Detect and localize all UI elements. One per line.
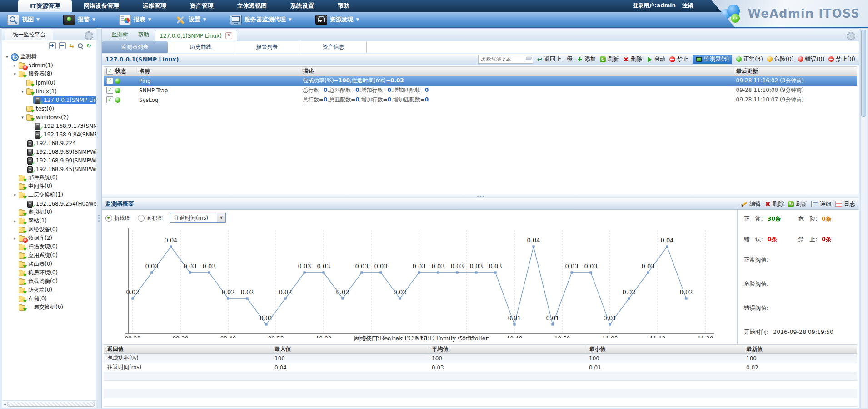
tree-item[interactable]: test(0) <box>2 104 96 113</box>
row-checkbox[interactable]: ✓ <box>106 77 113 84</box>
expand-icon[interactable]: ▸ <box>12 63 18 68</box>
column-header-最小值[interactable]: 最小值 <box>585 345 743 354</box>
collapse-icon[interactable]: ▾ <box>20 89 25 94</box>
column-header-描述[interactable]: 描述 <box>300 67 733 76</box>
summary-action-删除[interactable]: 删除 <box>765 200 784 208</box>
toolbar-item[interactable]: 设置▼ <box>175 15 206 25</box>
select-all-checkbox[interactable]: ✓ <box>106 68 113 75</box>
counter-禁止(0)[interactable]: 禁止(0) <box>828 56 855 63</box>
tree-node[interactable]: ✓127.0.0.1(SNMP Linux) <box>33 96 96 104</box>
tree-node[interactable]: 监测树 <box>10 52 39 61</box>
toolbar-item[interactable]: 报表▼ <box>119 15 151 25</box>
tree-item[interactable]: 三层交换机(0) <box>2 303 96 312</box>
toolbar-item[interactable]: 资源发现▼ <box>315 15 359 25</box>
tree-item[interactable]: ▾监测树 <box>2 52 96 61</box>
tree-node[interactable]: ✓192.168.9.84(SNMPWin <box>33 131 96 138</box>
page-vertical-scrollbar[interactable] <box>860 28 867 408</box>
summary-action-编辑[interactable]: 编辑 <box>742 200 761 208</box>
menu-item[interactable]: 资产管理 <box>178 0 225 12</box>
tree-node[interactable]: ✓192.168.9.89(SNMPWindo <box>25 148 96 156</box>
action-删除[interactable]: 删除 <box>623 56 642 63</box>
menu-item[interactable]: 立体透视图 <box>225 0 279 12</box>
column-header-最新值[interactable]: 最新值 <box>743 345 857 354</box>
name-filter-input[interactable] <box>478 55 533 64</box>
tree-node[interactable]: 路由器(0) <box>18 260 54 268</box>
tree-item[interactable]: ✓127.0.0.1(SNMP Linux) <box>2 96 96 104</box>
row-checkbox[interactable]: ✓ <box>106 87 113 94</box>
close-icon[interactable]: ✕ <box>225 32 232 39</box>
subtab-资产信息[interactable]: 资产信息 <box>300 41 367 53</box>
column-header-最大值[interactable]: 最大值 <box>271 345 428 354</box>
tree-node[interactable]: 应用系统(0) <box>18 251 60 260</box>
tab-127.0.0.1(SNMP Linux)[interactable]: 127.0.0.1(SNMP Linux)✕ <box>155 30 237 41</box>
toolbar-item[interactable]: 视图▼ <box>7 15 40 25</box>
tree-item[interactable]: ✓192.168.9.89(SNMPWindo <box>2 147 96 156</box>
toolbar-item[interactable]: 服务器监测代理▼ <box>230 15 292 25</box>
summary-action-日志[interactable]: 日志 <box>835 200 855 208</box>
sidebar-tab-title[interactable]: 统一监控平台 <box>5 29 53 40</box>
tree-item[interactable]: 防火墙(0) <box>2 286 96 294</box>
tree-node[interactable]: 扫描发现(0) <box>18 242 60 251</box>
tree-item[interactable]: ipmi(0) <box>2 78 96 87</box>
tree-node[interactable]: ipmi(0) <box>25 79 57 86</box>
monitor-counter-button[interactable]: 监测器(3) <box>693 55 732 64</box>
tree-item[interactable]: 邮件系统(0) <box>2 173 96 182</box>
radio-面积图[interactable]: 面积图 <box>138 214 163 222</box>
tree-node[interactable]: ✓192.168.9.224 <box>25 140 78 147</box>
summary-action-刷新[interactable]: ↻刷新 <box>788 200 807 208</box>
tree-node[interactable]: 机房环境(0) <box>18 268 60 277</box>
tree-item[interactable]: ▾服务器(8) <box>2 70 96 78</box>
table-row[interactable]: ✓SysLog总行数=0,总匹配数=0,增加行数=0,增加匹配数=009-28 … <box>104 95 857 105</box>
tree-node[interactable]: ✕admin(1) <box>18 62 55 69</box>
tab-监测树[interactable]: 监测树 <box>107 29 133 41</box>
tree-node[interactable]: ✓192.168.9.254(Huawei) <box>25 200 96 207</box>
tree-item[interactable]: ✓192.168.9.45(SNMPWindo <box>2 165 96 173</box>
subtab-历史曲线[interactable]: 历史曲线 <box>168 41 234 53</box>
menu-item[interactable]: 网络设备管理 <box>72 0 131 12</box>
tree-node[interactable]: 三层交换机(0) <box>18 303 65 312</box>
tree-item[interactable]: ✓192.168.9.99(SNMPWindo <box>2 156 96 165</box>
tree-node[interactable]: 中间件(0) <box>18 182 54 191</box>
subtab-报警列表[interactable]: 报警列表 <box>234 41 300 53</box>
tree-item[interactable]: ▸✕数据库(2) <box>2 234 96 242</box>
scroll-left-arrow-icon[interactable]: ◄ <box>3 402 6 406</box>
tree-node[interactable]: 存储(0) <box>18 294 49 303</box>
tree-item[interactable]: ▸网站(1) <box>2 217 96 225</box>
tree-node[interactable]: ✕数据库(2) <box>18 234 54 242</box>
tree-item[interactable]: ▸✕admin(1) <box>2 61 96 70</box>
collapse-all-icon[interactable] <box>59 42 66 49</box>
sidebar-horizontal-scrollbar[interactable]: ◄ <box>2 400 96 408</box>
swap-icon[interactable]: ⇆ <box>69 43 74 49</box>
tree-node[interactable]: 虚拟机(0) <box>18 208 54 217</box>
summary-action-详细[interactable]: 详细 <box>811 200 831 208</box>
tree-item[interactable]: 负载均衡(0) <box>2 277 96 286</box>
metric-select[interactable]: 往返时间(ms) ▼ <box>170 213 226 223</box>
tree-node[interactable]: test(0) <box>25 105 56 112</box>
counter-正常(3)[interactable]: 正常(3) <box>736 56 763 63</box>
column-header-最后更新[interactable]: 最后更新 <box>733 67 857 76</box>
tree-item[interactable]: ▾linux(1) <box>2 87 96 96</box>
counter-危险(0)[interactable]: 危险(0) <box>767 56 794 63</box>
scrollbar-thumb[interactable] <box>7 402 95 407</box>
radio-折线图[interactable]: 折线图 <box>105 214 130 222</box>
tree-item[interactable]: 虚拟机(0) <box>2 208 96 217</box>
collapse-icon[interactable]: ▾ <box>12 72 18 76</box>
tree-item[interactable]: 中间件(0) <box>2 182 96 191</box>
tree-item[interactable]: 扫描发现(0) <box>2 242 96 251</box>
logout-link[interactable]: 注销 <box>682 2 693 10</box>
tree-item[interactable]: 网络设备(0) <box>2 225 96 234</box>
column-header-名称[interactable]: 名称 <box>136 67 300 76</box>
sidebar-gear-icon[interactable] <box>85 31 93 40</box>
menu-item[interactable]: IT资源管理 <box>18 0 72 12</box>
tree-item[interactable]: ✓192.168.9.224 <box>2 139 96 147</box>
tree-node[interactable]: ✓192.168.9.173(SNMP Li <box>33 122 96 130</box>
tree-item[interactable]: ✓192.168.9.254(Huawei) <box>2 199 96 208</box>
tree-node[interactable]: 防火墙(0) <box>18 286 54 294</box>
tree-item[interactable]: 存储(0) <box>2 294 96 303</box>
row-checkbox[interactable]: ✓ <box>106 96 113 103</box>
expand-all-icon[interactable] <box>49 42 56 49</box>
tab-帮助[interactable]: 帮助 <box>134 29 154 41</box>
toolbar-item[interactable]: 报警▼ <box>63 15 95 25</box>
table-row[interactable]: ✓Ping包成功率(%)=100,往返时间(ms)=0.0209-28 11:1… <box>104 76 857 86</box>
tree-node[interactable]: 网站(1) <box>18 217 49 225</box>
